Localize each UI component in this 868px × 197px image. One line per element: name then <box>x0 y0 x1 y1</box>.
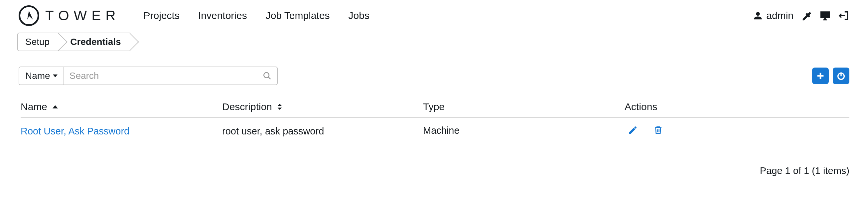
toolbar: Name <box>0 55 868 85</box>
pencil-icon <box>628 125 638 135</box>
col-header-description[interactable]: Description <box>222 101 423 112</box>
table-row: Root User, Ask Password root user, ask p… <box>21 118 849 145</box>
credential-type: Machine <box>423 125 625 137</box>
breadcrumb: Setup Credentials <box>0 32 868 55</box>
search-group: Name <box>19 66 278 85</box>
monitor-icon[interactable] <box>819 10 831 21</box>
nav-jobs[interactable]: Jobs <box>348 10 370 21</box>
edit-button[interactable] <box>628 125 638 137</box>
trash-icon <box>653 125 663 135</box>
nav-job-templates[interactable]: Job Templates <box>266 10 330 21</box>
svg-point-0 <box>264 73 269 78</box>
search-input-wrap <box>64 67 277 85</box>
table-header: Name Description Type Actions <box>21 101 849 118</box>
search-filter-select[interactable]: Name <box>19 67 64 85</box>
caret-down-icon <box>53 74 58 78</box>
toolbar-actions <box>812 67 849 84</box>
col-header-type: Type <box>423 101 625 112</box>
nav-projects[interactable]: Projects <box>144 10 180 21</box>
add-button[interactable] <box>812 67 829 84</box>
header: TOWER Projects Inventories Job Templates… <box>0 0 868 32</box>
breadcrumb-setup[interactable]: Setup <box>17 33 59 51</box>
refresh-button[interactable] <box>833 67 849 84</box>
logout-icon[interactable] <box>838 10 849 21</box>
breadcrumb-credentials[interactable]: Credentials <box>59 33 130 51</box>
user-icon <box>753 11 763 21</box>
ansible-logo-icon <box>19 5 39 26</box>
main-nav: Projects Inventories Job Templates Jobs <box>144 10 370 21</box>
nav-inventories[interactable]: Inventories <box>198 10 247 21</box>
brand-logo[interactable]: TOWER <box>19 5 120 26</box>
brand-name: TOWER <box>45 8 120 24</box>
power-icon <box>836 71 846 81</box>
pagination-text: Page 1 of 1 (1 items) <box>0 145 868 176</box>
user-menu[interactable]: admin <box>753 10 794 21</box>
sort-asc-icon <box>53 105 58 109</box>
plus-icon <box>816 71 825 81</box>
col-header-actions: Actions <box>625 101 849 112</box>
header-right: admin <box>753 10 849 21</box>
sort-icon <box>277 104 282 110</box>
svg-line-1 <box>268 77 271 79</box>
credential-name-link[interactable]: Root User, Ask Password <box>21 126 129 137</box>
credentials-table: Name Description Type Actions Root User,… <box>21 101 849 145</box>
search-icon[interactable] <box>263 71 272 81</box>
settings-icon[interactable] <box>801 10 812 21</box>
search-input[interactable] <box>69 71 263 81</box>
col-header-name[interactable]: Name <box>21 101 222 112</box>
credential-description: root user, ask password <box>222 125 423 137</box>
delete-button[interactable] <box>653 125 663 137</box>
user-name: admin <box>766 10 794 21</box>
